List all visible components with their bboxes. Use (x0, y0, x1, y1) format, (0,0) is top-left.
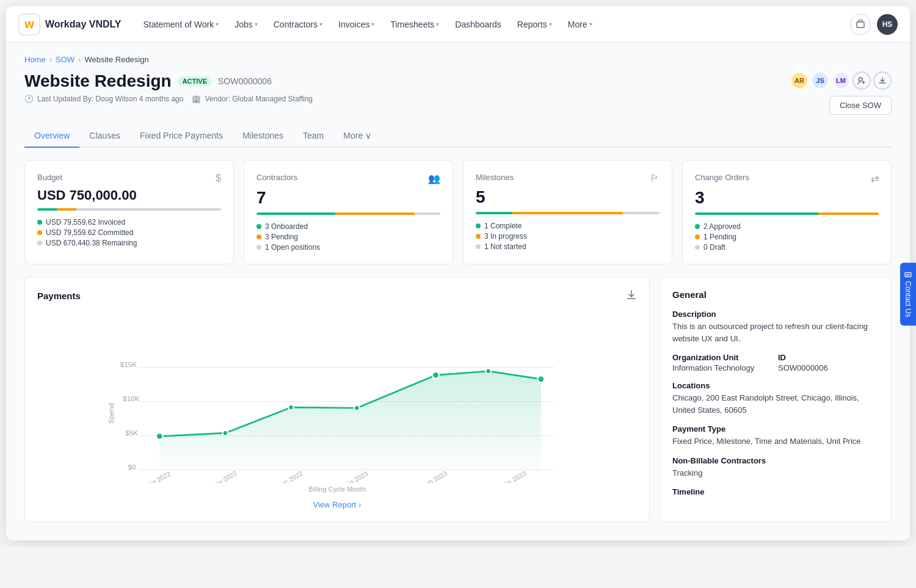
svg-point-14 (223, 430, 228, 436)
svg-point-17 (432, 372, 439, 379)
svg-marker-12 (159, 371, 541, 470)
chevron-down-icon: ▾ (216, 21, 219, 27)
avatar-group: AR JS LM (790, 71, 892, 90)
description-label: Description (672, 310, 879, 319)
milestones-card: Milestones 🏳 5 1 Complete 3 In progress … (463, 160, 672, 264)
clock-icon: 🕐 (24, 95, 34, 103)
general-card: General Description This is an outsource… (660, 277, 892, 522)
svg-text:$15K: $15K (120, 360, 137, 369)
svg-text:$5K: $5K (125, 429, 138, 437)
nav-dashboards[interactable]: Dashboards (448, 15, 509, 34)
download-payments-icon[interactable] (626, 289, 637, 302)
nav-statement-of-work[interactable]: Statement of Work ▾ (136, 15, 226, 34)
user-avatar[interactable]: HS (877, 14, 898, 35)
people-icon: 👥 (428, 173, 440, 184)
svg-text:Spend: Spend (107, 403, 115, 424)
brand-logo[interactable]: w Workday VNDLY (18, 13, 121, 35)
budget-stats: USD 79,559.62 Invoiced USD 79,559.62 Com… (37, 218, 221, 247)
nav-right: HS (850, 14, 898, 35)
stat-invoiced: USD 79,559.62 Invoiced (37, 218, 221, 227)
tab-milestones[interactable]: Milestones (233, 125, 293, 148)
change-orders-card: Change Orders ⇄ 3 2 Approved 1 Pending 0… (682, 160, 892, 264)
chevron-down-icon: ▾ (255, 21, 258, 27)
svg-text:Nov 2022: Nov 2022 (210, 470, 238, 483)
nav-reports[interactable]: Reports ▾ (510, 15, 559, 34)
org-unit-col: Organization Unit Information Technology (672, 353, 773, 372)
payments-header: Payments (37, 289, 637, 302)
tab-clauses[interactable]: Clauses (79, 125, 130, 148)
breadcrumb-current: Website Redesign (84, 55, 148, 64)
milestones-stats: 1 Complete 3 In progress 1 Not started (476, 222, 660, 251)
breadcrumb-home[interactable]: Home (24, 55, 46, 64)
bottom-row: Payments $0 $5K $10K $15K (24, 277, 892, 522)
svg-text:$0: $0 (128, 463, 137, 471)
stat-draft: 0 Draft (695, 243, 879, 252)
contractors-card-header: Contractors 👥 (256, 173, 440, 184)
page-title-section: Website Redesign ACTIVE SOW0000006 🕐 Las… (24, 71, 313, 106)
payment-type-label: Payment Type (672, 424, 879, 434)
svg-rect-0 (857, 22, 864, 27)
stat-committed: USD 79,559.62 Committed (37, 228, 221, 237)
general-description: Description This is an outsourced projec… (672, 310, 879, 344)
svg-text:Oct 2022: Oct 2022 (145, 470, 172, 483)
nav-more[interactable]: More ▾ (561, 15, 600, 34)
avatar-js[interactable]: JS (811, 71, 829, 90)
add-person-button[interactable] (852, 71, 871, 90)
svg-text:Mar 2023: Mar 2023 (500, 470, 527, 483)
stat-pending: 3 Pending (256, 233, 440, 241)
tab-team[interactable]: Team (293, 125, 333, 148)
nav-contractors[interactable]: Contractors ▾ (266, 15, 330, 34)
org-unit-label: Organization Unit (672, 353, 773, 362)
tabs-row: Overview Clauses Fixed Price Payments Mi… (24, 125, 892, 148)
tab-more[interactable]: More ∨ (333, 125, 381, 148)
chevron-down-icon: ▾ (371, 21, 374, 27)
breadcrumb-sep-1: › (49, 55, 52, 64)
nav-timesheets[interactable]: Timesheets ▾ (383, 15, 446, 34)
close-sow-button[interactable]: Close SOW (829, 96, 892, 115)
breadcrumb-sep-2: › (78, 55, 81, 64)
locations-value: Chicago, 200 East Randolph Street, Chica… (672, 392, 879, 416)
logo-letter: w (24, 17, 34, 31)
view-report-link[interactable]: View Report › (313, 500, 362, 509)
avatar-lm[interactable]: LM (832, 71, 850, 90)
stat-co-pending: 1 Pending (695, 233, 879, 241)
breadcrumb-sow[interactable]: SOW (56, 55, 75, 64)
general-title: General (672, 289, 879, 300)
stat-in-progress: 3 In progress (476, 232, 660, 241)
budget-card-header: Budget $ (37, 173, 221, 184)
svg-point-16 (354, 405, 360, 411)
svg-point-15 (288, 405, 294, 410)
nav-jobs[interactable]: Jobs ▾ (227, 15, 265, 34)
notifications-icon[interactable] (850, 14, 871, 35)
meta-vendor: Vendor: Global Managed Staffing (205, 95, 313, 103)
svg-text:$10K: $10K (123, 394, 140, 403)
download-button[interactable] (873, 71, 892, 90)
tab-fixed-price-payments[interactable]: Fixed Price Payments (130, 125, 233, 148)
status-badge: ACTIVE (178, 76, 212, 86)
page-meta: 🕐 Last Updated By: Doug Wilson 4 months … (24, 95, 313, 103)
stat-not-started: 1 Not started (476, 242, 660, 251)
id-label: ID (778, 353, 879, 362)
svg-point-13 (156, 433, 163, 440)
contractors-progress (256, 212, 440, 215)
payments-chart: $0 $5K $10K $15K (37, 312, 637, 483)
view-report-row: View Report › (37, 500, 637, 509)
tab-overview[interactable]: Overview (24, 125, 79, 148)
contractors-value: 7 (256, 188, 440, 208)
stat-onboarded: 3 Onboarded (256, 222, 440, 231)
contact-us-button[interactable]: Contact Us (900, 263, 916, 325)
chevron-down-icon: ▾ (589, 21, 592, 27)
page-title-row: Website Redesign ACTIVE SOW0000006 (24, 71, 313, 91)
milestones-label: Milestones (476, 173, 514, 182)
stat-approved: 2 Approved (695, 222, 879, 231)
chevron-down-icon: ▾ (319, 21, 322, 27)
nav-invoices[interactable]: Invoices ▾ (331, 15, 382, 34)
breadcrumb: Home › SOW › Website Redesign (24, 55, 892, 64)
change-orders-card-header: Change Orders ⇄ (695, 173, 879, 184)
svg-point-18 (485, 369, 491, 374)
budget-card: Budget $ USD 750,000.00 USD 79,559.62 In… (24, 160, 234, 264)
avatar-ar[interactable]: AR (790, 71, 809, 90)
meta-updated: Last Updated By: Doug Wilson 4 months ag… (37, 95, 183, 103)
payment-type-value: Fixed Price, Milestone, Time and Materia… (672, 435, 879, 448)
chevron-down-icon: ▾ (549, 21, 552, 27)
